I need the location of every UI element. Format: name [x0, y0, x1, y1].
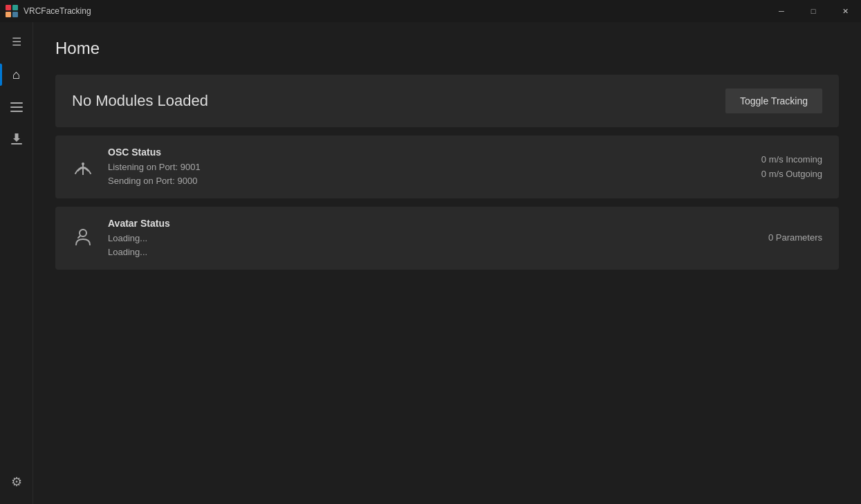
- svg-rect-4: [10, 102, 23, 104]
- svg-rect-2: [6, 12, 11, 17]
- osc-status-card: OSC Status Listening on Port: 9001 Sendi…: [55, 136, 839, 198]
- osc-listen-port: Listening on Port: 9001: [108, 160, 748, 174]
- osc-status-info: OSC Status Listening on Port: 9001 Sendi…: [108, 147, 748, 187]
- avatar-status-info: Avatar Status Loading... Loading...: [108, 218, 754, 259]
- osc-send-port: Sending on Port: 9000: [108, 174, 748, 188]
- avatar-metrics: 0 Parameters: [768, 231, 822, 245]
- avatar-parameters: 0 Parameters: [768, 231, 822, 245]
- main-layout: ☰ ⌂ ⚙: [0, 22, 861, 504]
- sidebar-bottom: ⚙: [0, 465, 33, 498]
- home-icon: ⌂: [12, 68, 20, 82]
- no-modules-text: No Modules Loaded: [72, 92, 208, 110]
- no-modules-card: No Modules Loaded Toggle Tracking: [55, 75, 839, 127]
- titlebar-controls: ─ □ ✕: [766, 0, 861, 22]
- osc-outgoing: 0 m/s Outgoing: [761, 167, 822, 182]
- osc-incoming: 0 m/s Incoming: [761, 153, 822, 167]
- sidebar-item-download[interactable]: [0, 124, 33, 158]
- titlebar: VRCFaceTracking ─ □ ✕: [0, 0, 861, 22]
- download-icon: [11, 133, 22, 149]
- minimize-button[interactable]: ─: [766, 0, 797, 22]
- osc-status-title: OSC Status: [108, 147, 748, 158]
- svg-rect-3: [12, 12, 18, 17]
- sidebar-item-home[interactable]: ⌂: [0, 58, 33, 91]
- sidebar: ☰ ⌂ ⚙: [0, 22, 33, 504]
- osc-icon: [72, 156, 94, 179]
- avatar-icon: [72, 227, 94, 250]
- app-icon: [6, 5, 18, 17]
- page-title: Home: [55, 39, 839, 58]
- settings-icon: ⚙: [11, 474, 22, 489]
- avatar-status-title: Avatar Status: [108, 218, 754, 229]
- avatar-status-card: Avatar Status Loading... Loading... 0 Pa…: [55, 207, 839, 270]
- modules-icon: [10, 102, 23, 114]
- sidebar-item-settings[interactable]: ⚙: [0, 465, 33, 498]
- avatar-line2: Loading...: [108, 245, 754, 259]
- osc-metrics: 0 m/s Incoming 0 m/s Outgoing: [761, 153, 822, 182]
- svg-point-9: [82, 162, 84, 165]
- menu-icon: ☰: [12, 35, 21, 48]
- titlebar-left: VRCFaceTracking: [6, 5, 91, 17]
- toggle-tracking-button[interactable]: Toggle Tracking: [725, 88, 822, 113]
- svg-rect-1: [12, 5, 18, 10]
- close-button[interactable]: ✕: [829, 0, 861, 22]
- maximize-button[interactable]: □: [797, 0, 829, 22]
- main-content: Home No Modules Loaded Toggle Tracking O…: [33, 22, 861, 504]
- svg-line-11: [78, 236, 80, 238]
- sidebar-item-menu[interactable]: ☰: [0, 25, 33, 58]
- sidebar-item-modules[interactable]: [0, 91, 33, 124]
- app-title: VRCFaceTracking: [24, 6, 91, 16]
- avatar-line1: Loading...: [108, 232, 754, 245]
- svg-rect-6: [10, 111, 23, 112]
- svg-rect-0: [6, 5, 11, 10]
- svg-rect-5: [10, 106, 23, 108]
- svg-rect-7: [11, 143, 22, 144]
